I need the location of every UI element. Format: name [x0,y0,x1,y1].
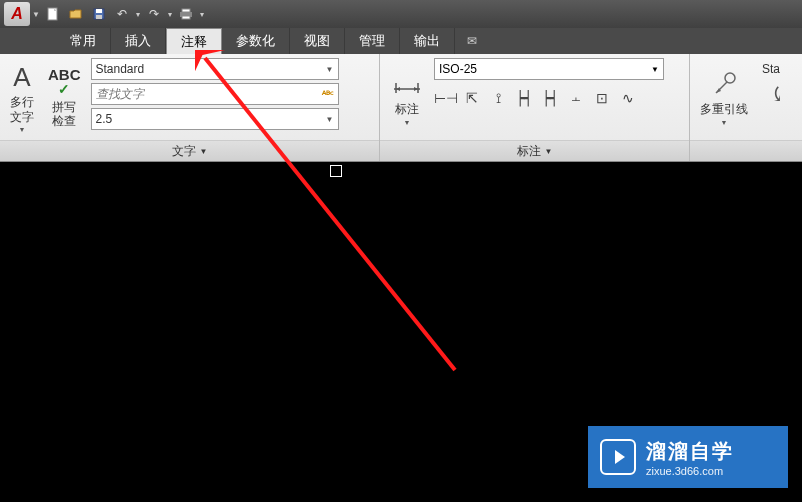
cursor-pickbox [330,165,342,177]
panel-text-title[interactable]: 文字 ▼ [0,140,379,161]
app-icon[interactable]: A [4,2,30,26]
dim-linear-icon[interactable]: ⊢⊣ [434,87,458,109]
dim-ordinate-icon[interactable]: ⫠ [564,87,588,109]
chevron-down-icon: ▼ [651,65,659,74]
ribbon: A 多行 文字 ▼ ABC ✓ 拼写 检查 Standard ▼ ᴬᴮᶜ [0,54,802,162]
qat-customize-dropdown-icon[interactable]: ▾ [198,4,206,24]
dimension-icon [392,68,422,100]
svg-rect-4 [182,9,190,12]
text-height-combo[interactable]: 2.5 ▼ [91,108,339,130]
leader-sub-icon[interactable]: ⤹ [762,79,792,109]
redo-dropdown-icon[interactable]: ▾ [166,4,174,24]
find-text-icon: ᴬᴮᶜ [322,89,334,100]
text-style-combo[interactable]: Standard ▼ [91,58,339,80]
dim-style-value: ISO-25 [439,62,477,76]
panel-dimension: 标注 ▼ ISO-25 ▼ ⊢⊣ ⇱ ⟟ ┝┥ ┝┥ ⫠ ⊡ ∿ [380,54,690,161]
panel-multileader: 多重引线 ▼ Sta ⤹ [690,54,802,161]
dim-tolerance-icon[interactable]: ⊡ [590,87,614,109]
text-style-value: Standard [96,62,145,76]
print-icon[interactable] [175,4,197,24]
tab-view[interactable]: 视图 [290,28,345,54]
redo-icon[interactable]: ↷ [143,4,165,24]
panel-dimension-title[interactable]: 标注 ▼ [380,140,689,161]
chevron-down-icon: ▼ [200,147,208,156]
panel-text: A 多行 文字 ▼ ABC ✓ 拼写 检查 Standard ▼ ᴬᴮᶜ [0,54,380,161]
leader-style-area: Sta ⤹ [758,58,796,113]
chevron-down-icon: ▼ [545,147,553,156]
leader-style-value-cut: Sta [762,62,792,76]
svg-rect-2 [96,9,102,13]
undo-dropdown-icon[interactable]: ▾ [134,4,142,24]
undo-icon[interactable]: ↶ [111,4,133,24]
tab-output[interactable]: 输出 [400,28,455,54]
title-bar: A ▼ ↶ ▾ ↷ ▾ ▾ [0,0,802,28]
panel-text-title-label: 文字 [172,143,196,160]
watermark-play-icon [600,439,636,475]
multileader-label: 多重引线 [700,102,748,116]
chevron-down-icon: ▼ [404,119,411,126]
multiline-text-label: 多行 文字 [10,95,34,124]
svg-rect-6 [182,16,190,19]
check-icon: ✓ [58,81,70,97]
chevron-down-icon: ▼ [326,115,334,124]
multileader-button[interactable]: 多重引线 ▼ [696,58,752,136]
text-icon: A [13,61,30,93]
svg-rect-3 [96,15,102,19]
new-file-icon[interactable] [42,4,64,24]
tab-parametric[interactable]: 参数化 [222,28,290,54]
save-icon[interactable] [88,4,110,24]
app-menu-dropdown-icon[interactable]: ▼ [32,10,40,19]
spellcheck-icon: ABC ✓ [48,66,81,98]
dimension-label: 标注 [395,102,419,116]
quick-access-toolbar: ↶ ▾ ↷ ▾ ▾ [42,4,206,24]
chevron-down-icon: ▼ [721,119,728,126]
dimension-button[interactable]: 标注 ▼ [386,58,428,136]
dim-continue-icon[interactable]: ┝┥ [512,87,536,109]
tab-common[interactable]: 常用 [56,28,111,54]
find-text-field[interactable] [96,87,322,101]
dim-aligned-icon[interactable]: ⇱ [460,87,484,109]
svg-point-10 [725,73,735,83]
watermark: 溜溜自学 zixue.3d66.com [588,426,788,488]
text-height-value: 2.5 [96,112,113,126]
open-file-icon[interactable] [65,4,87,24]
watermark-subtitle: zixue.3d66.com [646,465,734,477]
panel-multileader-title[interactable] [690,140,802,161]
dim-baseline-icon[interactable]: ┝┥ [538,87,562,109]
dim-jog-icon[interactable]: ∿ [616,87,640,109]
dim-style-combo[interactable]: ISO-25 ▼ [434,58,664,80]
tab-annotate[interactable]: 注释 [166,28,222,54]
multileader-icon [710,68,738,100]
ribbon-tabstrip: 常用 插入 注释 参数化 视图 管理 输出 ✉ [0,28,802,54]
dim-break-icon[interactable]: ⟟ [486,87,510,109]
spellcheck-label: 拼写 检查 [52,100,76,129]
tab-extra-icon[interactable]: ✉ [455,28,489,54]
tab-insert[interactable]: 插入 [111,28,166,54]
panel-dimension-title-label: 标注 [517,143,541,160]
chevron-down-icon: ▼ [19,126,26,133]
multiline-text-button[interactable]: A 多行 文字 ▼ [6,58,38,136]
watermark-title: 溜溜自学 [646,438,734,465]
chevron-down-icon: ▼ [326,65,334,74]
tab-manage[interactable]: 管理 [345,28,400,54]
spellcheck-button[interactable]: ABC ✓ 拼写 检查 [44,58,85,136]
find-text-input[interactable]: ᴬᴮᶜ [91,83,339,105]
